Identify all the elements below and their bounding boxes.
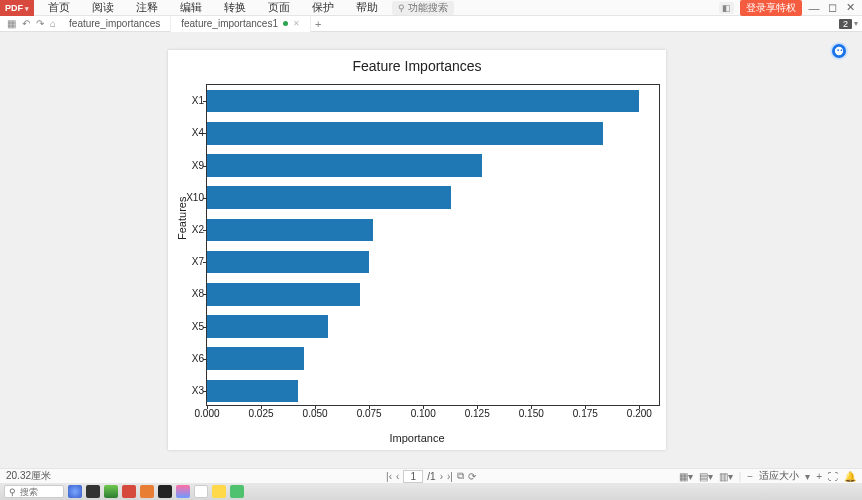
ytick-X10: X10: [174, 191, 204, 202]
bar-X7: [207, 251, 369, 274]
xtick: 0.050: [303, 408, 328, 419]
feature-search[interactable]: ⚲: [392, 1, 454, 15]
wps-badge-icon[interactable]: ◧: [719, 2, 734, 14]
taskbar-app-3[interactable]: [104, 485, 118, 498]
menu-page[interactable]: 页面: [268, 0, 290, 15]
first-page-icon[interactable]: |‹: [386, 471, 392, 482]
maximize-button[interactable]: ◻: [826, 1, 838, 14]
tab-close-icon[interactable]: ✕: [293, 19, 300, 28]
menu-convert[interactable]: 转换: [224, 0, 246, 15]
plot-area: 0.0000.0250.0500.0750.1000.1250.1500.175…: [206, 84, 660, 406]
next-page-icon[interactable]: ›: [440, 471, 443, 482]
view-mode3-icon[interactable]: ▥▾: [719, 471, 733, 482]
bar-X10: [207, 186, 451, 209]
taskbar-app-4[interactable]: [122, 485, 136, 498]
home-icon[interactable]: ⌂: [50, 18, 56, 29]
menu-home[interactable]: 首页: [48, 0, 70, 15]
assistant-icon: [834, 46, 844, 56]
menu-edit[interactable]: 编辑: [180, 0, 202, 15]
status-bar: 20.32厘米 |‹ ‹ 1 /1 › ›| ⧉ ⟳ ▦▾ ▤▾ ▥▾ | − …: [0, 468, 862, 483]
ytick-X1: X1: [174, 95, 204, 106]
document-viewport: Feature Importances Features 0.0000.0250…: [0, 32, 862, 468]
last-page-icon[interactable]: ›|: [447, 471, 453, 482]
menu-annotate[interactable]: 注释: [136, 0, 158, 15]
taskbar-app-2[interactable]: [86, 485, 100, 498]
bar-X4: [207, 122, 603, 145]
ytick-X5: X5: [174, 320, 204, 331]
bar-X6: [207, 347, 304, 370]
ytick-X7: X7: [174, 256, 204, 267]
ytick-X4: X4: [174, 127, 204, 138]
chart-page: Feature Importances Features 0.0000.0250…: [168, 50, 666, 450]
chevron-down-icon: ▾: [854, 19, 858, 28]
tab-label: feature_importances1: [181, 18, 278, 29]
feature-search-input[interactable]: [408, 2, 448, 13]
bell-icon[interactable]: 🔔: [844, 471, 856, 482]
menu-help[interactable]: 帮助: [356, 0, 378, 15]
fullscreen-icon[interactable]: ⛶: [828, 471, 838, 482]
ytick-X8: X8: [174, 288, 204, 299]
tab-bar: ▦ ↶ ↷ ⌂ feature_importances feature_impo…: [0, 16, 862, 32]
chart-title: Feature Importances: [168, 50, 666, 74]
xtick: 0.100: [411, 408, 436, 419]
close-button[interactable]: ✕: [844, 1, 856, 14]
xtick: 0.175: [573, 408, 598, 419]
menu-bar: PDF▾ 首页 阅读 注释 编辑 转换 页面 保护 帮助 ⚲ ◧ 登录享特权 —…: [0, 0, 862, 16]
page-navigation: |‹ ‹ 1 /1 › ›| ⧉ ⟳: [386, 470, 476, 483]
tab-feature-importances[interactable]: feature_importances: [59, 16, 171, 32]
unsaved-dot-icon: [283, 21, 288, 26]
prev-page-icon[interactable]: ‹: [396, 471, 399, 482]
xtick: 0.075: [357, 408, 382, 419]
ytick-X9: X9: [174, 159, 204, 170]
tab-label: feature_importances: [69, 18, 160, 29]
taskbar-app-7[interactable]: [176, 485, 190, 498]
pdf-menu[interactable]: PDF▾: [0, 0, 34, 16]
search-icon: ⚲: [9, 487, 16, 497]
taskbar-search-input[interactable]: [20, 487, 60, 497]
redo-icon[interactable]: ↷: [36, 18, 44, 29]
menu-read[interactable]: 阅读: [92, 0, 114, 15]
bar-X2: [207, 219, 373, 242]
xtick: 0.025: [249, 408, 274, 419]
taskbar-app-10[interactable]: [230, 485, 244, 498]
ytick-X6: X6: [174, 352, 204, 363]
xtick: 0.200: [627, 408, 652, 419]
view-mode1-icon[interactable]: ▦▾: [679, 471, 693, 482]
taskbar: ⚲: [0, 483, 862, 500]
taskbar-search[interactable]: ⚲: [4, 485, 64, 498]
bar-X8: [207, 283, 360, 306]
ruler-readout: 20.32厘米: [6, 469, 51, 483]
menu-protect[interactable]: 保护: [312, 0, 334, 15]
bar-X1: [207, 90, 639, 113]
taskbar-app-9[interactable]: [212, 485, 226, 498]
taskbar-app-6[interactable]: [158, 485, 172, 498]
tab-feature-importances1[interactable]: feature_importances1 ✕: [171, 16, 311, 32]
ytick-X2: X2: [174, 223, 204, 234]
bar-X5: [207, 315, 328, 338]
taskbar-app-1[interactable]: [68, 485, 82, 498]
bar-X3: [207, 380, 298, 403]
assistant-bubble[interactable]: [830, 42, 848, 60]
new-tab-button[interactable]: +: [315, 18, 321, 30]
page-indicator[interactable]: 2 ▾: [839, 19, 858, 29]
page-tool1-icon[interactable]: ⧉: [457, 470, 464, 482]
minimize-button[interactable]: —: [808, 2, 820, 14]
ytick-X3: X3: [174, 384, 204, 395]
grid-icon[interactable]: ▦: [7, 18, 16, 29]
zoom-label[interactable]: 适应大小: [759, 469, 799, 483]
xtick: 0.125: [465, 408, 490, 419]
login-button[interactable]: 登录享特权: [740, 0, 802, 16]
page-tool2-icon[interactable]: ⟳: [468, 471, 476, 482]
xtick: 0.000: [194, 408, 219, 419]
taskbar-app-8[interactable]: [194, 485, 208, 498]
view-mode2-icon[interactable]: ▤▾: [699, 471, 713, 482]
undo-icon[interactable]: ↶: [22, 18, 30, 29]
current-page-input[interactable]: 1: [403, 470, 423, 483]
page-indicator-number: 2: [839, 19, 852, 29]
menu-items: 首页 阅读 注释 编辑 转换 页面 保护 帮助: [48, 0, 378, 15]
xtick: 0.150: [519, 408, 544, 419]
taskbar-app-5[interactable]: [140, 485, 154, 498]
zoom-out-icon[interactable]: −: [747, 471, 753, 482]
total-pages: /1: [427, 471, 435, 482]
zoom-in-icon[interactable]: +: [816, 471, 822, 482]
